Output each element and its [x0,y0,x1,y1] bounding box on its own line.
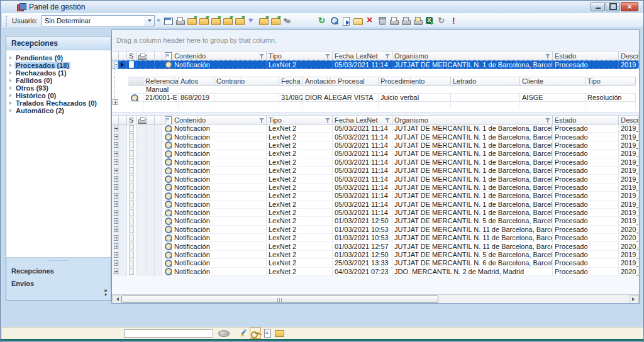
magnifier-icon[interactable] [164,242,170,250]
column-header-contenido[interactable]: Contenido [172,115,267,124]
row-checkbox[interactable] [129,61,134,68]
row-checkbox[interactable] [129,175,134,182]
grid-row[interactable]: NotificaciónLexNet 205/03/2021 11:14JUTJ… [112,141,639,150]
filter-icon[interactable] [385,118,391,123]
column-header-col6[interactable]: Procedimiento [379,77,451,86]
grid-row[interactable]: NotificaciónLexNet 201/03/2021 12:50JUTJ… [112,217,639,225]
printer-icon[interactable] [389,16,399,26]
grid-row[interactable]: NotificaciónLexNet 205/03/2021 11:14JUTJ… [112,150,639,158]
key-icon[interactable] [250,328,260,338]
sidebar-item[interactable]: Histórico (0) [6,92,111,99]
magnifier-icon[interactable] [164,209,170,217]
column-header-col8[interactable]: Cliente [520,77,586,86]
column-header-tipo[interactable]: Tipo [267,51,333,60]
column-header-estado[interactable]: Estado [553,51,619,60]
tree-expand-icon[interactable] [9,109,14,113]
filter-icon[interactable] [545,53,551,59]
folder-open-icon[interactable] [353,16,364,26]
scrollbar-track[interactable] [121,295,630,304]
column-header-col7[interactable]: Letrado [451,77,520,86]
grid-row[interactable]: NotificaciónLexNet 205/03/2021 11:14JUTJ… [112,192,639,200]
heart-icon[interactable] [247,16,257,26]
folder-receive-icon[interactable] [223,16,233,26]
row-checkbox[interactable] [129,226,134,233]
magnifier-icon[interactable] [164,251,170,259]
magnifier-icon[interactable] [164,167,170,175]
column-header-fecha[interactable]: Fecha LexNet [333,115,392,124]
magnifier-icon[interactable] [164,175,170,183]
row-checkbox[interactable] [129,218,134,224]
maximize-button[interactable] [606,2,620,11]
filter-icon[interactable] [325,53,331,59]
folder-receive-icon[interactable] [235,16,245,26]
printer-setup-icon[interactable] [413,16,423,26]
filter-icon[interactable] [545,118,551,123]
folder-receive-icon[interactable] [187,16,197,26]
column-header-organismo[interactable]: Organismo [392,51,553,60]
sidebar-item[interactable]: Fallidos (0) [6,77,111,84]
sidebar-item[interactable]: Rechazados (1) [6,69,111,77]
user-combobox[interactable]: Sin Determinar [42,15,155,26]
magnifier-icon[interactable] [164,217,170,225]
title-bar[interactable]: Panel de gestión [1,1,643,13]
folder-icon[interactable] [274,328,284,338]
printer-icon[interactable] [175,16,186,26]
row-checkbox[interactable] [129,260,134,267]
column-header-estado[interactable]: Estado [553,115,619,124]
scroll-left-arrow[interactable] [112,295,121,304]
column-header-printer[interactable] [136,51,147,60]
sidebar-item[interactable]: Tralados Rechazados (0) [6,99,111,107]
expand-row-button[interactable] [114,176,118,182]
status-oval-button[interactable] [218,330,230,337]
grid-row[interactable]: NotificaciónLexNet 205/03/2021 11:14JUTJ… [112,184,639,192]
row-checkbox[interactable] [129,125,134,132]
filter-icon[interactable] [259,118,265,123]
grid-row[interactable]: NotificaciónLexNet 201/03/2021 12:57JUTJ… [112,242,639,250]
expand-row-button[interactable] [114,142,118,148]
magnifier-icon[interactable] [164,184,170,192]
column-header-col5[interactable]: Anotación Procesal [303,77,379,86]
expand-row-button[interactable] [114,193,118,199]
column-header-s[interactable]: S [127,51,136,60]
magnifier-icon[interactable] [164,158,170,167]
column-header-contenido[interactable]: Contenido [172,51,267,60]
magnifier-icon[interactable] [130,94,138,102]
folder-receive-icon[interactable] [258,16,269,26]
column-header-descrip[interactable]: Descrip [619,115,639,124]
export-excel-icon[interactable] [425,16,435,26]
column-header-col9[interactable]: Tipo [586,77,636,86]
filter-icon[interactable] [259,53,265,59]
expand-row-button[interactable] [114,260,118,266]
expand-row-button[interactable] [114,159,118,165]
expand-row-button[interactable] [114,201,118,207]
magnifier-icon[interactable] [164,150,170,158]
sidebar-item[interactable]: Otros (93) [6,84,111,92]
column-header-indicator[interactable] [119,51,127,60]
magnifier-icon[interactable] [164,268,170,276]
column-header-b1[interactable] [147,115,155,124]
column-header-b1[interactable] [147,51,155,60]
column-header-tipo[interactable]: Tipo [267,115,333,124]
row-checkbox[interactable] [129,184,134,190]
row-checkbox[interactable] [129,133,134,140]
column-header-col1[interactable]: Referencia [143,77,179,86]
expand-row-button[interactable] [114,210,118,216]
combo-overflow-icon[interactable] [156,16,161,26]
scroll-right-arrow[interactable] [630,295,639,304]
column-header-expand[interactable] [112,51,119,60]
magnifier-icon[interactable] [164,226,170,234]
collapse-row-button[interactable] [114,62,118,67]
expand-row-button[interactable] [114,151,118,157]
column-header-col4[interactable]: Fecha [279,77,303,86]
column-header-organismo[interactable]: Organismo [392,115,553,124]
grid-row[interactable]: NotificaciónLexNet 205/03/2021 11:14JUTJ… [112,201,639,209]
tree-expand-icon[interactable] [9,101,14,105]
row-checkbox[interactable] [129,243,134,250]
filter-icon[interactable] [385,53,391,59]
magnifier-icon[interactable] [164,201,170,209]
expand-row-button[interactable] [114,168,118,174]
grid-row[interactable]: NotificaciónLexNet 201/03/2021 10:53JUTJ… [112,234,639,242]
tree-expand-icon[interactable] [9,71,14,75]
filter-icon[interactable] [325,118,331,123]
expand-row-button[interactable] [114,134,118,140]
